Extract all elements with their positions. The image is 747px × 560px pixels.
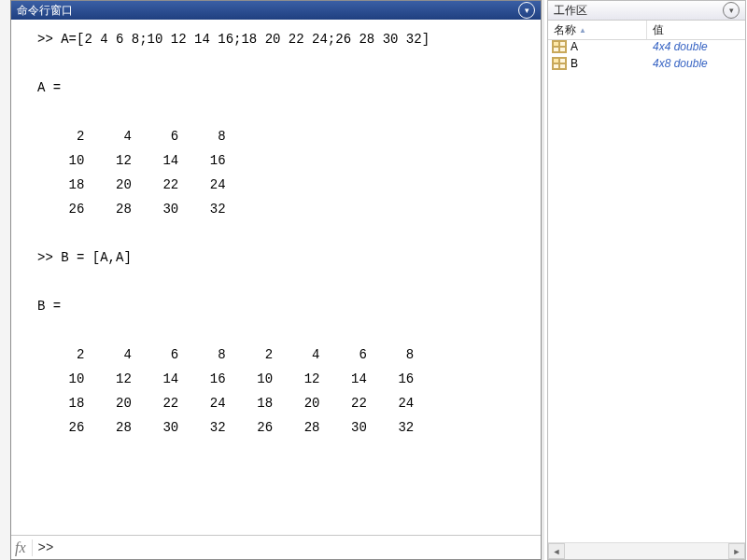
sort-asc-icon: ▲ [579,26,586,35]
workspace-col-value[interactable]: 值 [647,21,745,39]
command-window-title: 命令行窗口 [17,3,73,19]
variable-name: B [571,57,578,70]
variable-name: A [571,40,578,53]
workspace-body: A 4x4 double B 4x8 double [548,38,745,542]
command-input-bar[interactable]: fx >> [11,535,541,559]
variable-icon [552,40,567,53]
workspace-header-row: 名称 ▲ 值 [548,21,745,40]
scroll-left-button[interactable]: ◄ [548,543,565,559]
command-window-panel: 命令行窗口 ▾ >> A=[2 4 6 8;10 12 14 16;18 20 … [10,0,542,560]
variable-value: 4x4 double [651,40,745,53]
panel-menu-icon[interactable]: ▾ [723,2,740,19]
variable-icon [552,57,567,70]
command-output: >> A=[2 4 6 8;10 12 14 16;18 20 22 24;26… [11,20,541,447]
command-prompt: >> [33,540,54,555]
workspace-hscrollbar[interactable]: ◄ ► [548,542,745,559]
scroll-right-button[interactable]: ► [728,543,745,559]
workspace-var-row[interactable]: B 4x8 double [548,55,745,72]
panel-splitter[interactable] [542,0,544,560]
panel-menu-icon[interactable]: ▾ [518,2,535,19]
command-window-titlebar[interactable]: 命令行窗口 ▾ [11,1,541,20]
fx-icon[interactable]: fx [11,539,33,556]
workspace-col-name[interactable]: 名称 ▲ [548,21,647,39]
variable-value: 4x8 double [651,57,745,70]
command-window-body[interactable]: >> A=[2 4 6 8;10 12 14 16;18 20 22 24;26… [11,20,541,535]
workspace-titlebar[interactable]: 工作区 ▾ [548,1,745,21]
workspace-var-row[interactable]: A 4x4 double [548,38,745,55]
workspace-panel: 工作区 ▾ 名称 ▲ 值 A 4x4 double [547,0,746,560]
workspace-title: 工作区 [554,3,587,19]
